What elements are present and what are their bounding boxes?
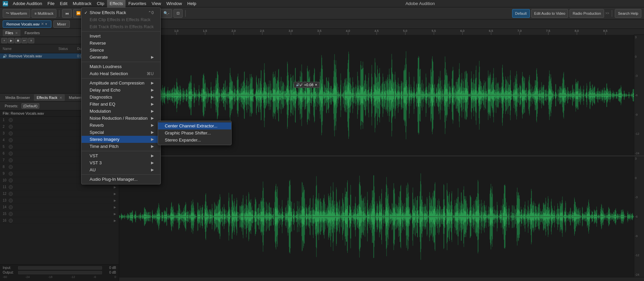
radio-production-btn[interactable]: Radio Production: [569, 9, 604, 18]
waveform-track-2[interactable]: 3 0 -3 -6 -9 -12 -24: [119, 156, 644, 277]
slot-power-14[interactable]: [9, 205, 13, 209]
sep3: [185, 10, 186, 17]
menu-reverb[interactable]: Reverb ▶: [82, 122, 160, 129]
menu-effects[interactable]: Effects: [107, 0, 126, 7]
slot-power-2[interactable]: [9, 125, 13, 129]
menu-file[interactable]: File: [45, 0, 57, 7]
slot-arrow-16: ▶: [114, 219, 116, 222]
menu-silence[interactable]: Silence: [82, 47, 160, 54]
menu-view[interactable]: View: [149, 0, 164, 7]
mixer-tab[interactable]: Mixer: [53, 20, 70, 28]
menu-generate[interactable]: Generate ▶: [82, 54, 160, 61]
slot-power-4[interactable]: [9, 138, 13, 142]
menu-stereo-imagery[interactable]: Stereo Imagery ▶: [82, 136, 160, 143]
menu-reverse[interactable]: Reverse: [82, 40, 160, 47]
slot-power-8[interactable]: [9, 165, 13, 169]
slot-power-11[interactable]: [9, 185, 13, 189]
menu-favorites[interactable]: Favorites: [126, 0, 149, 7]
preset-select[interactable]: (Default): [21, 103, 39, 109]
tooltip-close-icon[interactable]: ✕: [315, 83, 317, 87]
menu-diagnostics[interactable]: Diagnostics ▶: [82, 94, 160, 101]
slot-power-6[interactable]: [9, 152, 13, 156]
menu-edit-track-effects: Edit Track Effects in Effects Rack: [82, 23, 160, 30]
menu-help[interactable]: Help: [185, 0, 199, 7]
silence-label: Silence: [90, 48, 104, 53]
menu-vst3[interactable]: VST 3 ▶: [82, 159, 160, 166]
au-arrow: ▶: [151, 168, 154, 172]
menu-match-loudness[interactable]: Match Loudness: [82, 63, 160, 70]
close-files-tab[interactable]: ✕: [15, 31, 18, 35]
search-help-btn[interactable]: Search Help: [615, 9, 641, 18]
scale-12: -12: [71, 275, 75, 279]
menu-audio-plugin-manager[interactable]: Audio Plug-In Manager...: [82, 176, 160, 183]
menu-delay-echo[interactable]: Delay and Echo ▶: [82, 87, 160, 94]
file-icon: 🔊: [3, 54, 7, 58]
tab-favorites[interactable]: Favorites: [22, 30, 42, 36]
menu-special[interactable]: Special ▶: [82, 129, 160, 136]
edit-audio-video-btn[interactable]: Edit Audio to Video: [531, 9, 568, 18]
header-status: Status: [58, 47, 75, 51]
zoom-out-btn[interactable]: 🔍-: [160, 9, 172, 18]
menu-window[interactable]: Window: [164, 0, 185, 7]
slot-power-5[interactable]: [9, 145, 13, 149]
tab-effects-rack[interactable]: Effects Rack ✕: [34, 94, 65, 101]
slot-power-13[interactable]: [9, 199, 13, 203]
tab-files[interactable]: Files ✕: [3, 30, 20, 36]
menu-multitrack[interactable]: Multitrack: [70, 0, 94, 7]
er-slot-12[interactable]: 12 ▶: [0, 190, 119, 197]
slot-power-9[interactable]: [9, 172, 13, 176]
menu-clip[interactable]: Clip: [94, 0, 107, 7]
menu-filter-eq[interactable]: Filter and EQ ▶: [82, 101, 160, 108]
submenu-graphic-phase[interactable]: Graphic Phase Shifter...: [158, 129, 231, 136]
close-effects-rack-tab[interactable]: ✕: [59, 96, 62, 100]
tab-media-browser[interactable]: Media Browser: [3, 94, 33, 101]
er-slot-11[interactable]: 11 ▶: [0, 184, 119, 190]
submenu-center-channel[interactable]: Center Channel Extractor...: [158, 122, 231, 129]
menu-au[interactable]: AU ▶: [82, 166, 160, 173]
menu-amplitude[interactable]: Amplitude and Compression ▶: [82, 79, 160, 87]
menu-auto-heal[interactable]: Auto Heal Selection ⌘U: [82, 70, 160, 77]
files-options-btn[interactable]: ≡: [28, 38, 34, 43]
slot-power-10[interactable]: [9, 178, 13, 182]
file-tab[interactable]: Remove Vocals.wav ✕ ▼: [3, 20, 51, 28]
slot-power-3[interactable]: [9, 131, 13, 135]
file-tab-arrow[interactable]: ▼: [45, 22, 48, 26]
files-play-btn[interactable]: ▶: [8, 38, 14, 43]
menu-time-pitch[interactable]: Time and Pitch ▶: [82, 143, 160, 150]
menu-invert[interactable]: Invert: [82, 33, 160, 40]
menu-vst[interactable]: VST ▶: [82, 152, 160, 159]
submenu-stereo-expander[interactable]: Stereo Expander...: [158, 136, 231, 144]
svg-text:Au: Au: [3, 2, 7, 6]
close-file-tab-btn[interactable]: ✕: [41, 22, 44, 26]
menu-edit[interactable]: Edit: [57, 0, 70, 7]
go-to-start-btn[interactable]: ⏮: [62, 9, 72, 18]
menu-noise-reduction[interactable]: Noise Reduction / Restoration ▶: [82, 115, 160, 122]
sep4: [612, 10, 612, 17]
slot-power-7[interactable]: [9, 158, 13, 162]
files-new-btn[interactable]: +: [1, 38, 7, 43]
er-slot-13[interactable]: 13 ▶: [0, 197, 119, 204]
app-icon: Au: [3, 1, 8, 6]
zoom-full-btn[interactable]: ⊡: [174, 9, 183, 18]
h-scrollbar[interactable]: [119, 277, 644, 281]
slot-power-15[interactable]: [9, 212, 13, 216]
er-slot-15[interactable]: 15 ▶: [0, 211, 119, 217]
er-slot-14[interactable]: 14 ▶: [0, 204, 119, 211]
menu-modulation[interactable]: Modulation ▶: [82, 108, 160, 115]
slot-power-16[interactable]: [9, 219, 13, 223]
files-stop-btn[interactable]: ⏹: [15, 38, 21, 43]
output-meter-bar: [18, 271, 102, 274]
menu-show-effects-rack[interactable]: ✓ Show Effects Rack ⌃0: [82, 9, 160, 16]
slot-power-1[interactable]: [9, 118, 13, 122]
slot-power-12[interactable]: [9, 192, 13, 196]
default-workspace-btn[interactable]: Default: [512, 9, 530, 18]
au-label: AU: [90, 167, 96, 172]
files-loop-btn[interactable]: ↩: [21, 38, 28, 43]
er-slot-16[interactable]: 16 ▶: [0, 217, 119, 224]
waveform-btn[interactable]: 〜 Waveform: [3, 9, 30, 18]
more-workspaces-btn[interactable]: >>: [605, 11, 609, 15]
menu-adobe-audition[interactable]: Adobe Audition: [10, 0, 45, 7]
slot-num-10: 10: [3, 178, 7, 182]
multitrack-btn[interactable]: ≡ Multitrack: [32, 9, 56, 18]
db-n6: -6: [635, 94, 643, 97]
